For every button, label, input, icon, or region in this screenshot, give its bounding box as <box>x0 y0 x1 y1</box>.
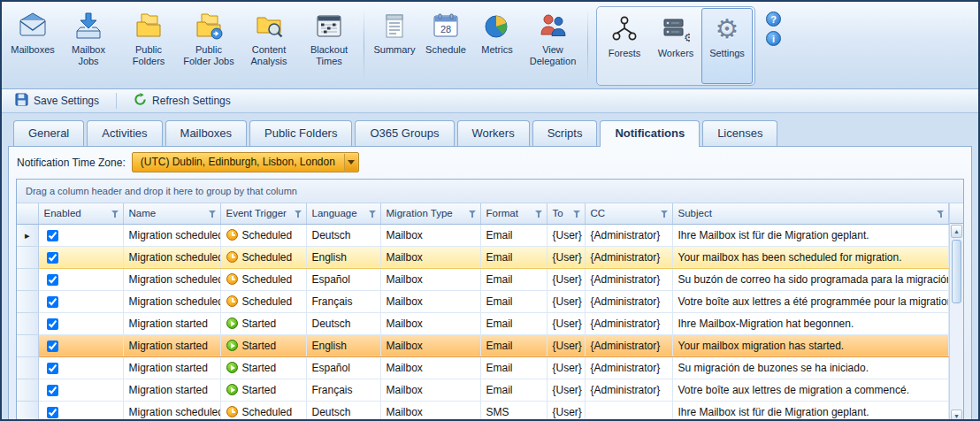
tab-o365-groups[interactable]: O365 Groups <box>355 120 454 146</box>
tab-public-folders[interactable]: Public Folders <box>249 120 352 146</box>
column-header-format[interactable]: Format <box>480 203 547 224</box>
enabled-checkbox[interactable] <box>47 385 58 396</box>
ribbon-item-mailbox-jobs[interactable]: Mailbox Jobs <box>58 4 119 88</box>
enabled-checkbox[interactable] <box>47 318 58 330</box>
ribbon-item-forests[interactable]: Forests <box>599 8 650 84</box>
ribbon-item-blackout-times[interactable]: Blackout Times <box>299 4 359 88</box>
enabled-cell[interactable] <box>38 356 123 379</box>
table-row[interactable]: Migration started Started Français Mailb… <box>17 379 949 401</box>
column-header-event-trigger[interactable]: Event Trigger <box>220 203 306 224</box>
row-selector-cell[interactable] <box>17 334 38 356</box>
enabled-checkbox[interactable] <box>47 230 58 241</box>
row-selector-cell[interactable] <box>17 312 38 334</box>
ribbon-item-label: Content Analysis <box>242 44 295 67</box>
enabled-cell[interactable] <box>38 401 123 421</box>
table-row[interactable]: Migration scheduled Scheduled English Ma… <box>17 246 949 268</box>
table-row[interactable]: Migration scheduled Scheduled Français M… <box>17 290 949 312</box>
column-header-language[interactable]: Language <box>306 203 380 224</box>
row-selector-cell[interactable] <box>17 356 38 379</box>
filter-icon[interactable] <box>369 210 377 218</box>
ribbon-item-public-folder-jobs[interactable]: Public Folder Jobs <box>179 4 239 88</box>
enabled-cell[interactable] <box>38 312 123 334</box>
save-settings-button[interactable]: Save Settings <box>9 91 105 111</box>
timezone-dropdown[interactable]: (UTC) Dublin, Edinburgh, Lisbon, London <box>132 152 359 172</box>
column-header-enabled[interactable]: Enabled <box>38 203 123 224</box>
ribbon-item-view-delegation[interactable]: View Delegation <box>523 4 583 88</box>
info-button[interactable]: i <box>766 31 781 46</box>
filter-icon[interactable] <box>535 210 543 218</box>
refresh-icon <box>134 93 147 109</box>
table-row[interactable]: Migration started Started English Mailbo… <box>17 334 949 356</box>
filter-icon[interactable] <box>469 210 477 218</box>
ribbon-item-mailboxes[interactable]: Mailboxes <box>7 4 58 88</box>
to-cell: {User} <box>547 356 585 379</box>
filter-icon[interactable] <box>573 210 581 218</box>
filter-icon[interactable] <box>937 210 945 218</box>
enabled-cell[interactable] <box>38 290 123 312</box>
ribbon-item-content-analysis[interactable]: Content Analysis <box>239 4 299 88</box>
enabled-checkbox[interactable] <box>47 407 58 418</box>
row-selector-cell[interactable] <box>17 246 38 268</box>
tab-licenses[interactable]: Licenses <box>702 120 777 146</box>
help-button[interactable]: ? <box>766 11 781 27</box>
column-header-to[interactable]: To <box>547 203 585 224</box>
row-selector-cell[interactable] <box>17 268 38 290</box>
chevron-down-icon[interactable] <box>344 154 357 171</box>
vertical-scrollbar[interactable]: ▲ ▼ <box>949 203 963 421</box>
table-row[interactable]: Migration started Started Deutsch Mailbo… <box>17 312 949 334</box>
tab-workers[interactable]: Workers <box>457 120 530 146</box>
enabled-cell[interactable] <box>38 268 123 290</box>
ribbon-item-settings[interactable]: ⚙ Settings <box>701 8 753 84</box>
notifications-panel: Notification Time Zone: (UTC) Dublin, Ed… <box>8 146 972 421</box>
subject-cell: Su buzón de correo ha sido programada pa… <box>672 268 949 290</box>
table-row[interactable]: Migration started Started Español Mailbo… <box>17 356 949 379</box>
ribbon-item-metrics[interactable]: Metrics <box>471 4 523 88</box>
enabled-cell[interactable] <box>38 246 123 268</box>
cc-cell: {Administrator} <box>585 246 672 268</box>
tab-mailboxes[interactable]: Mailboxes <box>165 120 248 146</box>
row-selector-cell[interactable] <box>17 224 38 246</box>
enabled-cell[interactable] <box>38 334 123 356</box>
enabled-checkbox[interactable] <box>47 252 58 264</box>
ribbon-item-public-folders[interactable]: Public Folders <box>119 4 179 88</box>
filter-icon[interactable] <box>661 210 669 218</box>
refresh-settings-button[interactable]: Refresh Settings <box>127 91 237 111</box>
ribbon-item-label: Workers <box>658 48 694 59</box>
row-selector-cell[interactable] <box>17 290 38 312</box>
column-header-name[interactable]: Name <box>123 203 220 224</box>
table-row[interactable]: Migration scheduled Scheduled Español Ma… <box>17 268 949 290</box>
ribbon-item-workers[interactable]: ⚙ Workers <box>650 8 701 84</box>
filter-icon[interactable] <box>295 210 302 218</box>
format-cell: Email <box>480 379 547 401</box>
scroll-down-button[interactable]: ▼ <box>951 410 962 421</box>
filter-icon[interactable] <box>209 210 217 218</box>
scroll-thumb[interactable] <box>952 240 961 303</box>
enabled-cell[interactable] <box>38 224 123 246</box>
tab-notifications[interactable]: Notifications <box>600 120 700 147</box>
enabled-checkbox[interactable] <box>47 363 58 374</box>
scroll-up-button[interactable]: ▲ <box>951 225 962 238</box>
filter-icon[interactable] <box>111 210 119 218</box>
row-selector-cell[interactable] <box>17 401 38 421</box>
group-by-bar[interactable]: Drag a column header and drop it here to… <box>17 180 963 203</box>
row-selector-cell[interactable] <box>17 379 38 401</box>
grid-body: Migration scheduled Scheduled Deutsch Ma… <box>17 224 949 421</box>
tab-general[interactable]: General <box>13 120 84 146</box>
ribbon-item-schedule[interactable]: 28 Schedule <box>420 4 471 88</box>
table-row[interactable]: Migration scheduled Scheduled Deutsch Ma… <box>17 224 949 246</box>
enabled-cell[interactable] <box>38 379 123 401</box>
tab-scripts[interactable]: Scripts <box>532 120 598 146</box>
column-header-migration-type[interactable]: Migration Type <box>380 203 480 224</box>
column-header-cc[interactable]: CC <box>585 203 672 224</box>
scroll-track[interactable] <box>950 304 963 409</box>
column-header-subject[interactable]: Subject <box>672 203 949 224</box>
enabled-checkbox[interactable] <box>47 274 58 286</box>
ribbon-item-summary[interactable]: Summary <box>369 4 420 88</box>
enabled-checkbox[interactable] <box>47 341 58 352</box>
table-row[interactable]: Migration scheduled Scheduled Deutsch Ma… <box>17 401 949 421</box>
migration-type-cell: Mailbox <box>380 356 480 379</box>
enabled-checkbox[interactable] <box>47 296 58 308</box>
summary-icon <box>380 9 409 42</box>
ribbon-item-label: Blackout Times <box>302 44 356 67</box>
tab-activities[interactable]: Activities <box>87 120 162 146</box>
